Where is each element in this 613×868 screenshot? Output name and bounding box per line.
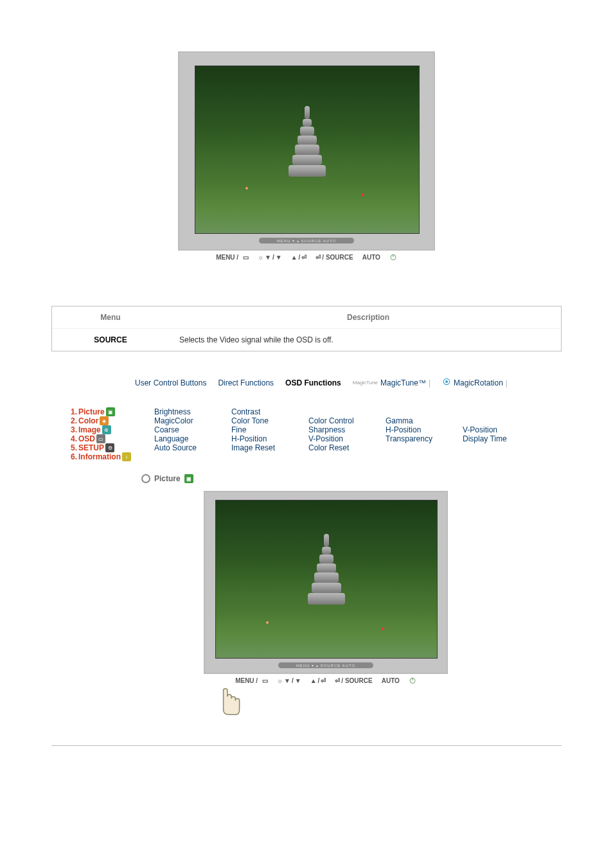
hand-pointer [194,686,458,720]
tab-user-control-buttons[interactable]: User Control Buttons [135,378,206,387]
sun-icon: ☼ [277,677,283,684]
row-osd: 4. OSD ▭ Language H-Position V-Position … [71,434,562,443]
picture-icon: ▣ [106,407,115,416]
table-header-description: Description [169,306,561,328]
cat-name-picture[interactable]: Picture [78,407,105,416]
section-tabs: User Control Buttons Direct Functions OS… [135,377,562,388]
magictune-icon: MagicTune [353,380,378,385]
table-row-description: Selects the Video signal while the OSD i… [169,329,561,351]
cat-num-3: 3. [71,425,77,434]
source-button-label: ⏎/ SOURCE [315,254,353,261]
setup-icon: ⚙ [105,443,114,452]
enter-icon: ⏎ [315,254,321,261]
cat-num-6: 6. [71,452,77,461]
monitor-frame: MENU ▾ ▴ SOURCE AUTO [178,51,435,251]
power-button-label [389,253,397,261]
brightness-down-label: ☼▼/▼ [258,254,282,261]
cat-name-osd[interactable]: OSD [78,434,95,443]
monitor-screen [215,500,438,659]
cat-num-4: 4. [71,434,77,443]
enter-icon: ⏎ [301,254,306,261]
brightness-up-label: ▲/⏎ [291,254,307,261]
tab-magictune[interactable]: MagicTune MagicTune™ | [353,378,431,387]
monitor-screen [195,66,420,234]
section-heading-text: Picture [154,474,181,483]
information-icon: i [122,452,131,461]
monitor-illustration-1: MENU ▾ ▴ SOURCE AUTO MENU / ▭ ☼▼/▼ ▲/⏎ ⏎… [39,51,574,261]
source-button-label: ⏎/ SOURCE [335,677,372,684]
cat-name-image[interactable]: Image [78,425,101,434]
link-transparency[interactable]: Transparency [386,434,432,443]
brightness-down-label: ☼▼/▼ [277,677,301,684]
cat-name-information[interactable]: Information [78,452,121,461]
menu-icon: ▭ [262,677,268,684]
osd-category-grid: 1. Picture ▣ Brightness Contrast 2. Colo… [71,407,562,461]
auto-button-label: AUTO [362,254,380,261]
monitor-frame: MENU ▾ ▴ SOURCE AUTO [204,491,448,674]
tab-direct-functions[interactable]: Direct Functions [218,378,274,387]
link-gamma[interactable]: Gamma [386,416,413,425]
power-icon [389,253,397,261]
power-button-label [409,677,416,684]
enter-icon: ⏎ [335,677,340,684]
link-hposition-osd[interactable]: H-Position [231,434,267,443]
sun-icon: ☼ [258,254,263,261]
cat-num-5: 5. [71,443,77,452]
link-contrast[interactable]: Contrast [231,407,260,416]
monitor-illustration-2: MENU ▾ ▴ SOURCE AUTO MENU / ▭ ☼▼/▼ ▲/⏎ ⏎… [77,491,574,720]
link-displaytime[interactable]: Display Time [463,434,507,443]
row-information: 6. Information i [71,452,562,461]
auto-button-label: AUTO [382,677,400,684]
link-hposition-img[interactable]: H-Position [386,425,421,434]
pagoda-illustration [288,100,326,177]
monitor-button-row: MENU / ▭ ☼▼/▼ ▲/⏎ ⏎/ SOURCE AUTO [178,253,435,261]
monitor-button-row: MENU / ▭ ☼▼/▼ ▲/⏎ ⏎/ SOURCE AUTO [204,677,448,684]
table-row-menu: SOURCE [52,329,169,351]
bezel-strip: MENU ▾ ▴ SOURCE AUTO [215,661,436,669]
link-fine[interactable]: Fine [231,425,246,434]
row-color: 2. Color ◈ MagicColor Color Tone Color C… [71,416,562,425]
link-colortone[interactable]: Color Tone [231,416,269,425]
link-autosource[interactable]: Auto Source [154,443,197,452]
brightness-up-label: ▲/⏎ [310,677,326,684]
hand-pointer-icon [213,686,245,720]
bezel-strip: MENU ▾ ▴ SOURCE AUTO [195,236,418,244]
enter-icon: ⏎ [321,677,326,684]
menu-button-label: MENU / ▭ [235,677,268,684]
description-table: Menu Description SOURCE Selects the Vide… [51,306,562,351]
row-setup: 5. SETUP ⚙ Auto Source Image Reset Color… [71,443,562,452]
cat-name-setup[interactable]: SETUP [78,443,104,452]
color-icon: ◈ [100,416,109,425]
table-header-menu: Menu [52,306,169,328]
menu-icon: ▭ [243,254,249,261]
link-language[interactable]: Language [154,434,188,443]
svg-rect-3 [445,380,448,383]
link-brightness[interactable]: Brightness [154,407,191,416]
section-heading-picture: Picture ▣ [141,474,574,483]
cat-num-1: 1. [71,407,77,416]
link-colorreset[interactable]: Color Reset [308,443,349,452]
pagoda-illustration [307,527,346,605]
link-colorcontrol[interactable]: Color Control [308,416,354,425]
bottom-divider [51,745,562,750]
tab-magicrotation[interactable]: MagicRotation | [442,377,508,388]
menu-button-label: MENU / ▭ [216,254,249,261]
link-vposition-img[interactable]: V-Position [463,425,497,434]
osd-icon: ▭ [96,434,105,443]
link-imagereset[interactable]: Image Reset [231,443,275,452]
magicrotation-icon [442,377,451,388]
link-coarse[interactable]: Coarse [154,425,179,434]
row-image: 3. Image ⊕ Coarse Fine Sharpness H-Posit… [71,425,562,434]
power-icon [409,677,416,684]
tab-osd-functions[interactable]: OSD Functions [285,378,341,387]
cat-name-color[interactable]: Color [78,416,98,425]
picture-icon: ▣ [184,474,193,483]
row-picture: 1. Picture ▣ Brightness Contrast [71,407,562,416]
cat-num-2: 2. [71,416,77,425]
link-sharpness[interactable]: Sharpness [308,425,345,434]
bullet-icon [141,474,150,483]
link-magiccolor[interactable]: MagicColor [154,416,193,425]
image-icon: ⊕ [102,425,111,434]
link-vposition-osd[interactable]: V-Position [308,434,343,443]
